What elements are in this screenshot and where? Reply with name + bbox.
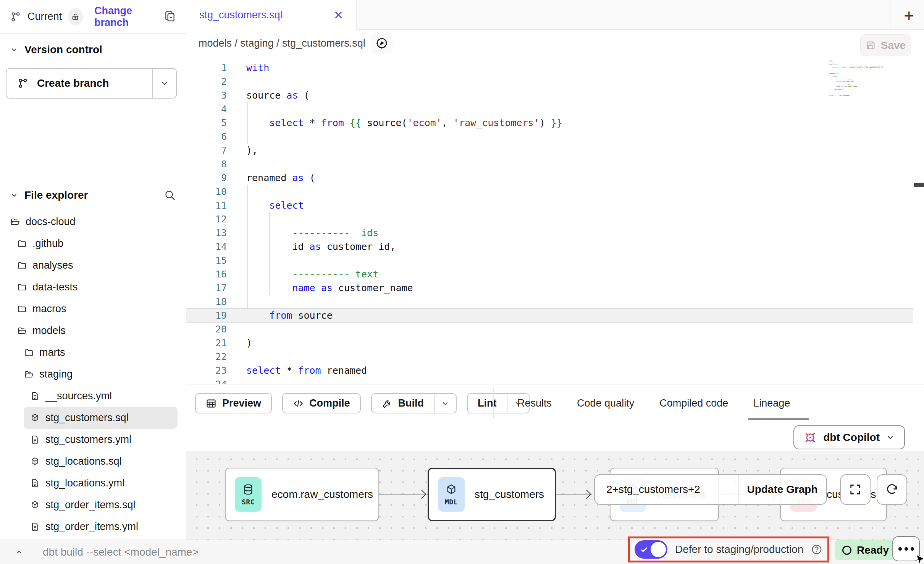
chevron-up-icon xyxy=(15,548,24,557)
folder-icon xyxy=(17,239,27,248)
lineage-canvas[interactable]: SRC ecom.raw_customers MDL stg_customers xyxy=(186,451,924,540)
tree-item-data-tests[interactable]: data-tests xyxy=(11,276,178,298)
create-branch-caret[interactable] xyxy=(152,69,176,98)
code-editor[interactable]: 123456789101112131415161718192021222324 … xyxy=(186,57,924,384)
create-branch-button[interactable]: Create branch xyxy=(6,68,177,99)
tree-item-stg-customers-sql[interactable]: stg_customers.sql xyxy=(24,407,178,429)
help-icon[interactable] xyxy=(811,544,822,555)
tab-lineage-active[interactable]: Lineage xyxy=(753,397,790,409)
tree-item-models[interactable]: models xyxy=(11,320,178,342)
defer-annotation-box: Defer to staging/production xyxy=(628,536,829,562)
change-branch-link[interactable]: Change branch xyxy=(94,5,158,29)
copy-icon[interactable] xyxy=(164,11,176,23)
fullscreen-icon xyxy=(849,483,862,496)
code-line-22 xyxy=(246,350,562,364)
version-control-title: Version control xyxy=(24,44,102,56)
tree-item-staging[interactable]: staging xyxy=(18,363,178,385)
breadcrumb-bar: models / staging / stg_customers.sql Sav… xyxy=(186,30,924,57)
version-control-header[interactable]: Version control xyxy=(0,44,186,56)
editor-tab-bar: stg_customers.sql ✕ + xyxy=(186,0,924,30)
tree-item-docs-cloud[interactable]: docs-cloud xyxy=(4,211,178,233)
tree-item-stg-order-items-sql[interactable]: stg_order_items.sql xyxy=(24,494,178,516)
code-line-23: select * from renamed xyxy=(246,364,562,378)
lineage-selector-input[interactable]: 2+stg_customers+2 xyxy=(595,483,738,496)
tree-item-stg-customers-yml[interactable]: stg_customers.yml xyxy=(24,429,178,451)
file-explorer-header[interactable]: File explorer xyxy=(10,186,176,204)
results-tabs: ResultsCode qualityCompiled codeLineage xyxy=(517,393,790,413)
code-line-2 xyxy=(246,75,562,89)
fullscreen-button[interactable] xyxy=(840,474,871,505)
build-caret[interactable] xyxy=(434,394,456,413)
tree-item-label: stg_locations.yml xyxy=(45,477,124,489)
tab-code-quality[interactable]: Code quality xyxy=(577,397,634,409)
scrollbar-track[interactable] xyxy=(914,57,914,384)
save-icon xyxy=(866,40,876,50)
chevron-down-icon xyxy=(160,79,169,88)
tree-item-label: stg_order_items.yml xyxy=(45,521,138,533)
tree-item-stg-locations-yml[interactable]: stg_locations.yml xyxy=(24,472,178,494)
source-badge: SRC xyxy=(235,477,262,512)
tree-item-marts[interactable]: marts xyxy=(18,342,178,363)
build-button[interactable]: Build xyxy=(371,393,457,413)
minimap[interactable]: with source as ( select * from {{ source… xyxy=(829,60,874,98)
tab-compiled-code[interactable]: Compiled code xyxy=(659,397,728,409)
compass-icon[interactable] xyxy=(371,32,393,54)
wrench-icon xyxy=(382,398,393,409)
lineage-node-source[interactable]: SRC ecom.raw_customers xyxy=(225,468,379,521)
model-icon xyxy=(30,413,40,423)
tree-item--sources-yml[interactable]: __sources.yml xyxy=(24,385,178,407)
sidebar: Current Change branch Version control xyxy=(0,0,186,540)
code-line-9: renamed as ( xyxy=(246,171,562,185)
chevron-down-icon xyxy=(10,45,18,54)
defer-toggle[interactable] xyxy=(635,540,667,559)
command-bar-expand-button[interactable] xyxy=(0,540,38,564)
tree-item-analyses[interactable]: analyses xyxy=(11,254,178,276)
dbt-cloud-ide: Current Change branch Version control xyxy=(0,0,924,564)
scrollbar-thumb[interactable] xyxy=(914,183,924,187)
folder-icon xyxy=(17,282,27,292)
lineage-selector-bar: 2+stg_customers+2 Update Graph xyxy=(594,474,827,505)
file-icon xyxy=(30,391,40,401)
save-button[interactable]: Save xyxy=(860,34,911,56)
search-icon[interactable] xyxy=(164,189,176,201)
code-line-14: id as customer_id, xyxy=(246,240,562,254)
preview-button[interactable]: Preview xyxy=(195,393,272,413)
lineage-node-stg-customers-selected[interactable]: MDL stg_customers xyxy=(428,468,556,521)
tab-results[interactable]: Results xyxy=(517,397,552,409)
refresh-icon xyxy=(885,483,898,496)
tree-item-stg-locations-sql[interactable]: stg_locations.sql xyxy=(24,451,178,472)
tree-item-label: models xyxy=(32,325,66,337)
code-line-5: select * from {{ source('ecom', 'raw_cus… xyxy=(246,116,562,130)
model-badge: MDL xyxy=(438,477,465,512)
refresh-button[interactable] xyxy=(877,474,907,505)
model-icon xyxy=(30,500,40,510)
tree-item-macros[interactable]: macros xyxy=(11,298,178,320)
active-tab-underline xyxy=(748,418,809,420)
code-line-6 xyxy=(246,130,562,144)
tab-stg-customers[interactable]: stg_customers.sql ✕ xyxy=(186,0,357,30)
tree-item-label: docs-cloud xyxy=(26,216,76,228)
folder-icon xyxy=(24,348,34,357)
code-line-24 xyxy=(246,378,562,384)
compile-button[interactable]: Compile xyxy=(282,393,361,413)
lint-label: Lint xyxy=(478,397,496,409)
database-icon xyxy=(242,483,254,496)
file-tree: docs-cloud.githubanalysesdata-testsmacro… xyxy=(0,211,184,538)
chevron-down-icon xyxy=(441,399,449,408)
divider xyxy=(493,387,494,419)
toggle-knob xyxy=(651,542,666,557)
code-line-13: ---------- ids xyxy=(246,226,562,240)
code-line-15 xyxy=(246,254,562,267)
tree-item-stg-order-items-yml[interactable]: stg_order_items.yml xyxy=(24,516,178,538)
update-graph-button[interactable]: Update Graph xyxy=(738,483,826,496)
command-input[interactable]: dbt build --select <model_name> xyxy=(43,540,199,564)
close-icon[interactable]: ✕ xyxy=(334,8,343,22)
line-numbers: 123456789101112131415161718192021222324 xyxy=(186,61,233,384)
file-icon xyxy=(30,435,40,444)
new-tab-button[interactable]: + xyxy=(904,5,914,26)
dbt-copilot-button[interactable]: dbt Copilot xyxy=(793,425,905,449)
tree-item--github[interactable]: .github xyxy=(11,233,178,254)
chevron-down-icon xyxy=(10,191,18,199)
ready-circle-icon xyxy=(842,546,851,555)
status-badge[interactable]: Ready xyxy=(835,540,897,560)
